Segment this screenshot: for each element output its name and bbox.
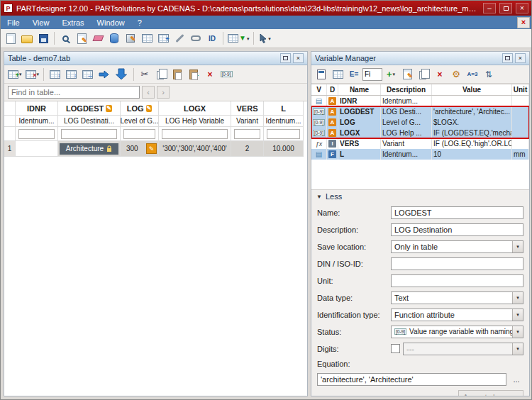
cell-logdest[interactable]: Architecture bbox=[58, 141, 121, 157]
sort-button[interactable]: ⇅ bbox=[481, 67, 497, 82]
cut-button[interactable]: ✂ bbox=[137, 67, 153, 82]
minimize-button[interactable]: – bbox=[483, 3, 496, 13]
float-dock-button[interactable] bbox=[280, 53, 291, 63]
digits-checkbox[interactable] bbox=[391, 344, 400, 353]
save-location-select[interactable]: Only in table ▾ bbox=[391, 240, 523, 253]
extrude-button[interactable] bbox=[106, 30, 122, 46]
delete-button[interactable]: × bbox=[202, 67, 218, 82]
preview-button[interactable] bbox=[57, 30, 73, 46]
table-view-button[interactable]: + bbox=[155, 30, 171, 46]
reorder-columns-button[interactable]: ↔ bbox=[79, 67, 95, 82]
add-variable-button[interactable]: +▾ bbox=[383, 67, 399, 82]
filter-input[interactable] bbox=[234, 129, 260, 139]
insert-column-before-button[interactable]: ↓ bbox=[47, 67, 62, 82]
cell-idnr[interactable] bbox=[16, 141, 58, 157]
variable-list-button[interactable] bbox=[314, 67, 329, 82]
row-color-button[interactable]: ×▾ bbox=[24, 67, 41, 82]
unit-field[interactable] bbox=[391, 274, 523, 287]
grid-view-button[interactable] bbox=[330, 67, 345, 82]
variable-row-logdest[interactable]: [0-9] A LOGDEST LOG Desti... 'architectu… bbox=[311, 106, 529, 117]
float-dock-button[interactable] bbox=[502, 53, 513, 63]
data-type-select[interactable]: Text ▾ bbox=[391, 291, 523, 304]
dimension-button[interactable] bbox=[139, 30, 155, 46]
maximize-button[interactable] bbox=[499, 3, 512, 13]
menu-extras[interactable]: Extras bbox=[55, 16, 90, 29]
filter-input[interactable] bbox=[267, 129, 300, 139]
filter-input[interactable] bbox=[123, 129, 155, 139]
header-name[interactable]: Name bbox=[338, 84, 381, 95]
find-previous-button[interactable]: ‹ bbox=[142, 86, 155, 99]
header-d[interactable]: D bbox=[327, 84, 338, 95]
filter-input[interactable] bbox=[61, 129, 117, 139]
expression-button[interactable]: E= bbox=[346, 67, 362, 82]
menu-help[interactable]: ? bbox=[131, 16, 148, 29]
cell-vers[interactable]: 2 bbox=[231, 141, 264, 157]
find-next-button[interactable]: › bbox=[157, 86, 170, 99]
equation-field[interactable] bbox=[317, 373, 506, 386]
close-dock-button[interactable]: × bbox=[293, 53, 304, 63]
rename-button[interactable]: A=3 bbox=[465, 67, 480, 82]
filter-input[interactable] bbox=[162, 129, 228, 139]
variable-row-log[interactable]: [0-9] A LOG Level of G... $LOGX. bbox=[311, 117, 529, 128]
solid-edit-button[interactable]: ✎ bbox=[123, 30, 138, 46]
accept-changes-button[interactable]: Accept changes bbox=[458, 390, 523, 396]
name-field[interactable] bbox=[391, 206, 523, 219]
header-unit[interactable]: Unit bbox=[512, 84, 529, 95]
edit-variable-button[interactable]: ✎ bbox=[399, 67, 415, 82]
variable-row-idnr[interactable]: ▤ A IDNR Identnum... bbox=[311, 96, 529, 106]
tools-button[interactable] bbox=[172, 30, 187, 46]
column-header-l[interactable]: L bbox=[264, 101, 304, 116]
column-header-log[interactable]: LOG✎ bbox=[121, 101, 159, 116]
id-button[interactable]: ID bbox=[204, 30, 220, 46]
add-row-button[interactable]: +▾ bbox=[6, 67, 23, 82]
select-mode-button[interactable]: ▾ bbox=[257, 30, 272, 46]
apply-row-button[interactable] bbox=[96, 67, 111, 82]
description-field[interactable] bbox=[391, 223, 523, 236]
transfer-values-button[interactable] bbox=[112, 67, 131, 82]
paste-special-button[interactable]: + bbox=[186, 67, 201, 82]
logdest-value-badge[interactable]: Architecture bbox=[60, 143, 118, 155]
edit-value-button[interactable]: ✎ bbox=[146, 143, 157, 154]
view-options-button[interactable]: ▼▾ bbox=[226, 30, 250, 46]
equation-more-button[interactable]: ... bbox=[509, 374, 523, 385]
menu-window[interactable]: Window bbox=[91, 16, 131, 29]
variable-manager-titlebar[interactable]: Variable Manager × bbox=[311, 52, 529, 65]
filter-input[interactable] bbox=[18, 129, 55, 139]
paste-button[interactable] bbox=[170, 67, 185, 82]
variable-row-vers[interactable]: ƒx I VERS Variant IF (LOG.EQ.'high'.OR.L… bbox=[311, 138, 529, 149]
edit-sketch-button[interactable]: ✎ bbox=[74, 30, 89, 46]
variable-row-l[interactable]: ▤ F L Identnum... 10 mm bbox=[311, 149, 529, 160]
cell-logx[interactable]: '300','300','400','400' bbox=[159, 141, 231, 157]
new-document-button[interactable] bbox=[3, 30, 18, 46]
cell-l[interactable]: 10.000 bbox=[264, 141, 304, 157]
digits-select[interactable]: --- ▾ bbox=[403, 343, 523, 355]
identification-type-select[interactable]: Function attribute ▾ bbox=[391, 309, 523, 321]
column-header-idnr[interactable]: IDNR bbox=[16, 101, 58, 116]
variable-filter-input[interactable] bbox=[362, 68, 382, 81]
settings-button[interactable]: ⚙ bbox=[448, 67, 464, 82]
find-in-table-input[interactable] bbox=[8, 86, 140, 99]
header-value[interactable]: Value bbox=[432, 84, 512, 95]
eraser-button[interactable] bbox=[90, 30, 106, 46]
column-header-logdest[interactable]: LOGDEST✎ bbox=[58, 101, 121, 116]
insert-column-after-button[interactable]: ↓ bbox=[63, 67, 79, 82]
column-header-logx[interactable]: LOGX bbox=[159, 101, 231, 116]
table-dock-titlebar[interactable]: Table - demo7.tab × bbox=[4, 52, 307, 65]
link-button[interactable] bbox=[188, 30, 204, 46]
cell-log[interactable]: 300 ✎ bbox=[121, 141, 159, 157]
copy-variable-button[interactable] bbox=[416, 67, 431, 82]
row-number[interactable]: 1 bbox=[4, 141, 16, 157]
din-iso-field[interactable] bbox=[391, 257, 523, 270]
open-button[interactable] bbox=[19, 30, 35, 46]
close-document-button[interactable]: × bbox=[517, 17, 530, 28]
less-toggle[interactable]: ▼ Less bbox=[311, 190, 529, 203]
table-row[interactable]: 1 Architecture 300 ✎ '300','300','400','… bbox=[4, 141, 307, 157]
status-select[interactable]: [0-9] Value range variable with naming ▾ bbox=[391, 326, 523, 338]
copy-button[interactable] bbox=[153, 67, 169, 82]
variable-row-logx[interactable]: [0-9] A LOGX LOG Help ... IF (LOGDEST.EQ… bbox=[311, 128, 529, 138]
save-button[interactable] bbox=[35, 30, 51, 46]
header-description[interactable]: Description bbox=[381, 84, 432, 95]
menu-file[interactable]: File bbox=[1, 16, 26, 29]
column-header-vers[interactable]: VERS bbox=[231, 101, 264, 116]
close-dock-button[interactable]: × bbox=[515, 53, 526, 63]
